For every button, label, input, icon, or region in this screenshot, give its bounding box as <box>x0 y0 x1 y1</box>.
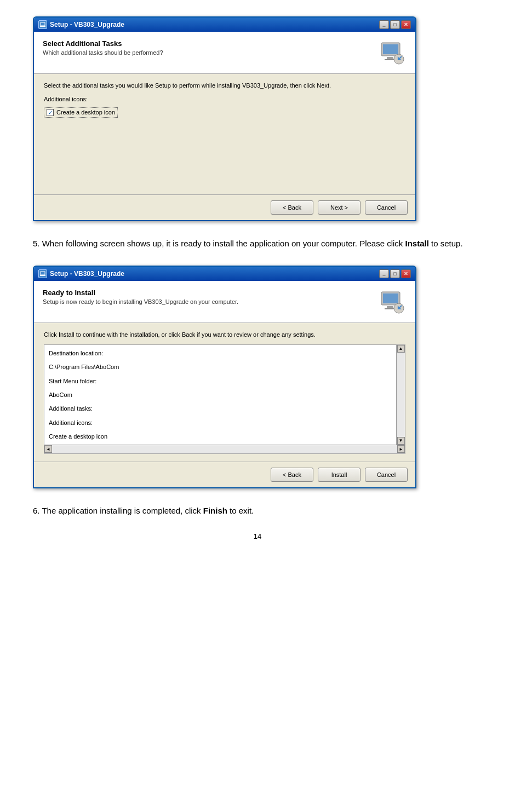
dialog1-titlebar: Setup - VB303_Upgrade _ □ ✕ <box>34 18 415 32</box>
dialog2-scroll-down[interactable]: ▼ <box>397 437 405 445</box>
step5-text-after: to setup. <box>429 239 463 248</box>
dialog1-header-subtitle: Which additional tasks should be perform… <box>43 49 163 56</box>
dialog2-infobox: Destination location: C:\Program Files\A… <box>44 344 405 454</box>
dialog2-back-button[interactable]: < Back <box>271 468 313 482</box>
step5-text: 5. When following screen shows up, it is… <box>33 238 482 250</box>
dialog2-title-icon <box>38 269 47 278</box>
dialog1-window: Setup - VB303_Upgrade _ □ ✕ Select Addit… <box>33 16 416 221</box>
dialog1-checkbox[interactable]: ✓ <box>47 109 54 116</box>
page-number: 14 <box>33 532 482 540</box>
dialog2-titlebar-left: Setup - VB303_Upgrade <box>38 269 124 278</box>
dialog2-minimize-button[interactable]: _ <box>379 269 389 278</box>
dialog2-scroll-track <box>397 353 405 437</box>
dialog2-header-text: Ready to Install Setup is now ready to b… <box>43 289 238 305</box>
step5-number: 5. <box>33 239 40 248</box>
dialog1-checkbox-row[interactable]: ✓ Create a desktop icon <box>44 107 118 118</box>
dialog2-titlebar-buttons: _ □ ✕ <box>379 269 411 278</box>
dialog2-header-title: Ready to Install <box>43 289 238 297</box>
dialog1-back-button[interactable]: < Back <box>271 200 313 215</box>
svg-rect-7 <box>41 272 45 275</box>
step5-bold: Install <box>405 239 429 248</box>
dialog2-hscroll-left[interactable]: ◄ <box>44 445 52 453</box>
dialog1-body: Select the additional tasks you would li… <box>34 74 415 194</box>
dialog2-additional-tasks-label: Additional tasks: <box>49 405 394 413</box>
dialog1-footer: < Back Next > Cancel <box>34 194 415 220</box>
dialog2-destination-label: Destination location: <box>49 349 394 358</box>
step5-item: 5. When following screen shows up, it is… <box>33 238 482 250</box>
dialog1-title-icon <box>38 20 47 29</box>
step5-text-before: When following screen shows up, it is re… <box>42 239 405 248</box>
step6-text-after: to exit. <box>227 506 254 515</box>
svg-rect-0 <box>41 22 45 26</box>
dialog2-scroll-up[interactable]: ▲ <box>397 345 405 353</box>
dialog2-destination-value: C:\Program Files\AboCom <box>49 363 394 371</box>
dialog2-create-desktop-label: Create a desktop icon <box>49 433 394 441</box>
dialog1-cancel-button[interactable]: Cancel <box>365 200 408 215</box>
step6-item: 6. The application installing is complet… <box>33 505 482 517</box>
dialog1-header-title: Select Additional Tasks <box>43 39 163 48</box>
dialog1-instruction: Select the additional tasks you would li… <box>44 82 405 90</box>
svg-rect-8 <box>40 275 45 276</box>
dialog2-footer: < Back Install Cancel <box>34 462 415 487</box>
dialog1-checkbox-label: Create a desktop icon <box>56 109 115 116</box>
dialog2-header-subtitle: Setup is now ready to begin installing V… <box>43 298 238 305</box>
dialog2-infobox-content: Destination location: C:\Program Files\A… <box>44 345 405 451</box>
dialog2-header-icon <box>378 289 407 315</box>
dialog2-header: Ready to Install Setup is now ready to b… <box>34 281 415 323</box>
dialog2-hscrollbar[interactable]: ◄ ► <box>44 445 405 453</box>
dialog1-header: Select Additional Tasks Which additional… <box>34 32 415 74</box>
dialog2-titlebar: Setup - VB303_Upgrade _ □ ✕ <box>34 267 415 281</box>
svg-rect-11 <box>387 306 393 308</box>
dialog2-cancel-button[interactable]: Cancel <box>365 468 408 482</box>
svg-rect-4 <box>387 57 393 59</box>
dialog2-window: Setup - VB303_Upgrade _ □ ✕ Ready to Ins… <box>33 266 416 488</box>
step6-text: 6. The application installing is complet… <box>33 505 482 517</box>
dialog2-instruction: Click Install to continue with the insta… <box>44 331 405 339</box>
step6-bold: Finish <box>203 506 227 515</box>
page-content: Setup - VB303_Upgrade _ □ ✕ Select Addit… <box>33 16 482 540</box>
svg-rect-1 <box>40 26 45 27</box>
step6-number: 6. <box>33 506 40 515</box>
dialog2-additional-icons-label: Additional icons: <box>49 419 394 427</box>
dialog2-body: Click Install to continue with the insta… <box>34 323 415 462</box>
dialog2-close-button[interactable]: ✕ <box>401 269 411 278</box>
dialog1-header-icon <box>378 39 407 66</box>
dialog2-vscrollbar[interactable]: ▲ ▼ <box>396 345 405 445</box>
dialog1-header-text: Select Additional Tasks Which additional… <box>43 39 163 56</box>
dialog2-start-menu-value: AboCom <box>49 391 394 399</box>
svg-rect-3 <box>383 44 398 54</box>
dialog2-hscroll-track <box>52 445 397 453</box>
step6-text-before: The application installing is completed,… <box>42 506 203 515</box>
dialog2-hscroll-right[interactable]: ► <box>397 445 405 453</box>
dialog1-next-button[interactable]: Next > <box>318 200 360 215</box>
dialog1-titlebar-left: Setup - VB303_Upgrade <box>38 20 124 29</box>
dialog1-section-label: Additional icons: <box>44 95 405 103</box>
dialog1-minimize-button[interactable]: _ <box>379 20 389 29</box>
dialog2-start-menu-label: Start Menu folder: <box>49 377 394 385</box>
dialog1-title-text: Setup - VB303_Upgrade <box>50 21 124 28</box>
dialog2-maximize-button[interactable]: □ <box>390 269 400 278</box>
dialog1-titlebar-buttons: _ □ ✕ <box>379 20 411 29</box>
svg-rect-10 <box>383 293 398 303</box>
dialog1-close-button[interactable]: ✕ <box>401 20 411 29</box>
dialog2-title-text: Setup - VB303_Upgrade <box>50 270 124 278</box>
dialog2-install-button[interactable]: Install <box>318 468 360 482</box>
dialog1-maximize-button[interactable]: □ <box>390 20 400 29</box>
